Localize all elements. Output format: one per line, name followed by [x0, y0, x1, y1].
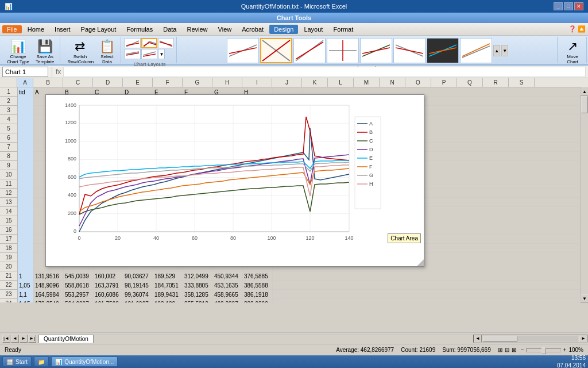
cell-D22[interactable]: 163,3791 — [94, 281, 123, 290]
cell-C22[interactable]: 558,8618 — [64, 281, 94, 290]
chart-style-2[interactable] — [260, 38, 292, 63]
cell-C24[interactable]: 564,0097 — [64, 299, 94, 302]
cell-B21[interactable]: 131,9516 — [34, 271, 64, 281]
cell-G23[interactable]: 358,1285 — [183, 290, 213, 299]
cell-A16[interactable] — [18, 225, 34, 235]
cell-I21[interactable]: 376,5885 — [243, 271, 273, 281]
minimize-ribbon-icon[interactable]: 🔼 — [578, 25, 586, 33]
chart-layout-1[interactable] — [125, 38, 141, 48]
cell-A18[interactable] — [18, 244, 34, 253]
scroll-left-button[interactable]: ◄ — [474, 335, 482, 343]
cell-D24[interactable]: 161,7568 — [94, 299, 123, 302]
cell-C21[interactable]: 545,0039 — [64, 271, 94, 281]
col-header-O[interactable]: O — [405, 78, 431, 87]
cell-A15[interactable] — [18, 216, 34, 225]
col-header-P[interactable]: P — [431, 78, 457, 87]
menu-home[interactable]: Home — [23, 25, 49, 34]
row-header-15[interactable]: 15 — [0, 216, 17, 225]
switch-row-column-button[interactable]: ⇄ SwitchRow/Column — [65, 38, 95, 66]
cell-A19[interactable] — [18, 253, 34, 262]
col-header-J[interactable]: J — [272, 78, 302, 87]
scroll-thumb[interactable] — [581, 96, 588, 113]
row-header-22[interactable]: 22 — [0, 281, 17, 290]
col-header-D[interactable]: D — [93, 78, 123, 87]
menu-format[interactable]: Format — [328, 25, 358, 34]
cell-F22[interactable]: 184,7051 — [153, 281, 183, 290]
row-header-7[interactable]: 7 — [0, 143, 17, 152]
cell-I24[interactable]: 383,9302 — [243, 299, 273, 302]
cell-I22[interactable]: 386,5588 — [243, 281, 273, 290]
cell-H22[interactable]: 453,1635 — [213, 281, 243, 290]
next-sheet-button[interactable]: ► — [20, 335, 28, 343]
cell-A12[interactable] — [18, 189, 34, 198]
row-header-20[interactable]: 20 — [0, 262, 17, 271]
chart-style-3[interactable] — [293, 38, 326, 63]
taskbar-explorer[interactable]: 📁 — [34, 356, 49, 367]
scroll-down-button[interactable]: ▼ — [581, 294, 588, 302]
col-header-B[interactable]: B — [33, 78, 63, 87]
menu-formulas[interactable]: Formulas — [122, 25, 157, 34]
chart-styles-scroll-up[interactable]: ▲ — [493, 45, 500, 56]
row-header-12[interactable]: 12 — [0, 189, 17, 198]
view-normal-icon[interactable]: ⊞ — [498, 347, 502, 353]
cell-A5[interactable] — [18, 124, 34, 133]
row-header-23[interactable]: 23 — [0, 290, 17, 299]
menu-file[interactable]: File — [2, 25, 22, 33]
col-header-N[interactable]: N — [380, 78, 405, 87]
cell-A13[interactable] — [18, 198, 34, 207]
cell-A8[interactable] — [18, 152, 34, 161]
cell-C23[interactable]: 553,2957 — [64, 290, 94, 299]
horizontal-scrollbar[interactable]: ◄ ► — [473, 335, 588, 343]
change-chart-type-button[interactable]: 📊 ChangeChart Type — [5, 38, 32, 66]
cell-A23[interactable]: 1,1 — [18, 290, 34, 299]
cell-G22[interactable]: 333,8805 — [183, 281, 213, 290]
cell-E22[interactable]: 98,19145 — [123, 281, 153, 290]
cell-G24[interactable]: 355,5213 — [183, 299, 213, 302]
menu-view[interactable]: View — [214, 25, 237, 34]
col-header-G[interactable]: G — [183, 78, 212, 87]
col-header-H[interactable]: H — [212, 78, 242, 87]
chart-layout-5[interactable] — [141, 49, 157, 59]
taskbar-excel[interactable]: 📊 QuantityOfMotion... — [51, 356, 118, 367]
row-header-10[interactable]: 10 — [0, 170, 17, 179]
help-icon[interactable]: ❓ — [568, 25, 577, 33]
menu-data[interactable]: Data — [158, 25, 181, 34]
col-header-Q[interactable]: Q — [457, 78, 483, 87]
cell-A6[interactable] — [18, 133, 34, 143]
cell-F21[interactable]: 189,529 — [153, 271, 183, 281]
save-as-template-button[interactable]: 💾 Save AsTemplate — [33, 38, 56, 66]
row-header-19[interactable]: 19 — [0, 253, 17, 262]
row-header-11[interactable]: 11 — [0, 179, 17, 189]
formula-input[interactable] — [63, 67, 586, 77]
row-header-6[interactable]: 6 — [0, 133, 17, 143]
col-header-C[interactable]: C — [63, 78, 93, 87]
menu-insert[interactable]: Insert — [50, 25, 75, 34]
row-header-5[interactable]: 5 — [0, 124, 17, 133]
zoom-out-button[interactable]: − — [521, 347, 524, 353]
cell-E24[interactable]: 121,6967 — [123, 299, 153, 302]
cell-A4[interactable] — [18, 115, 34, 124]
cell-A20[interactable] — [18, 262, 34, 271]
cell-E21[interactable]: 90,03627 — [123, 271, 153, 281]
cell-A9[interactable] — [18, 161, 34, 170]
h-scroll-thumb[interactable] — [483, 336, 517, 342]
start-button[interactable]: 🪟 Start — [2, 356, 32, 367]
zoom-in-button[interactable]: + — [563, 347, 567, 353]
chart-layout-2[interactable] — [141, 38, 157, 48]
cell-B24[interactable]: 173,3549 — [34, 299, 64, 302]
col-header-A[interactable]: A — [17, 78, 33, 87]
view-layout-icon[interactable]: ⊟ — [505, 347, 509, 353]
row-header-18[interactable]: 18 — [0, 244, 17, 253]
cell-A14[interactable] — [18, 207, 34, 216]
chart-style-8[interactable] — [460, 38, 492, 63]
row-header-16[interactable]: 16 — [0, 225, 17, 235]
chart-style-4[interactable] — [327, 38, 359, 63]
move-chart-button[interactable]: ↗ MoveChart — [562, 38, 583, 66]
row-header-13[interactable]: 13 — [0, 198, 17, 207]
cell-F24[interactable]: 193,122 — [153, 299, 183, 302]
maximize-button[interactable]: □ — [564, 2, 573, 10]
minimize-button[interactable]: _ — [554, 2, 563, 10]
cell-H23[interactable]: 458,9665 — [213, 290, 243, 299]
chart-resize-handle[interactable] — [417, 259, 424, 266]
cell-G21[interactable]: 312,0499 — [183, 271, 213, 281]
